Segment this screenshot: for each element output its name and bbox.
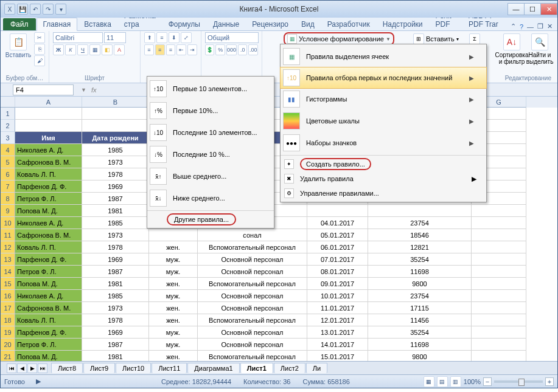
close-button[interactable]: ✕ bbox=[540, 3, 557, 15]
cell[interactable]: 06.01.2017 bbox=[307, 241, 368, 253]
cell[interactable] bbox=[472, 217, 526, 229]
row-header[interactable]: 6 bbox=[1, 168, 15, 181]
menu-other-rules[interactable]: Другие правила... bbox=[147, 212, 274, 227]
row-header[interactable]: 11 bbox=[1, 229, 15, 241]
cell[interactable]: Сафронова В. М. bbox=[15, 229, 82, 241]
row-header[interactable]: 8 bbox=[1, 193, 15, 205]
cell[interactable]: Николаев А. Д. bbox=[15, 144, 82, 156]
row-header[interactable]: 1 bbox=[1, 108, 15, 120]
cell[interactable]: 1985 bbox=[82, 144, 149, 156]
italic-button[interactable]: К bbox=[65, 44, 76, 55]
cell[interactable]: 23754 bbox=[368, 217, 472, 229]
cell[interactable]: 1978 bbox=[82, 241, 149, 253]
view-layout-icon[interactable]: ▤ bbox=[437, 376, 448, 387]
cell[interactable]: Сафронова В. М. bbox=[15, 302, 82, 314]
cell[interactable]: 35254 bbox=[368, 326, 472, 339]
view-pagebreak-icon[interactable]: ▥ bbox=[450, 376, 461, 387]
cell[interactable]: Попова М. Д. bbox=[15, 205, 82, 217]
paste-button[interactable]: 📋 Вставить bbox=[4, 32, 32, 60]
row-header[interactable]: 21 bbox=[1, 351, 15, 361]
cell[interactable]: Петров Ф. Л. bbox=[15, 339, 82, 351]
orient-icon[interactable]: ⤢ bbox=[181, 32, 192, 43]
menu-below-average[interactable]: x̄↓Ниже среднего... bbox=[147, 187, 274, 209]
cell[interactable]: 23754 bbox=[368, 290, 472, 302]
cell[interactable]: жен. bbox=[149, 302, 198, 314]
cell[interactable] bbox=[472, 326, 526, 339]
row-header[interactable]: 7 bbox=[1, 181, 15, 193]
cell[interactable]: 13.01.2017 bbox=[307, 326, 368, 339]
menu-bottom10-items[interactable]: ↓10Последние 10 элементов... bbox=[147, 122, 274, 143]
cell[interactable]: 1969 bbox=[82, 181, 149, 193]
cell[interactable]: 1969 bbox=[82, 326, 149, 339]
sheet-tab[interactable]: Лист1 bbox=[240, 363, 273, 373]
menu-bottom10-percent[interactable]: ↓%Последние 10 %... bbox=[147, 143, 274, 165]
cell[interactable]: 1978 bbox=[82, 314, 149, 326]
cell[interactable]: Парфенов Д. Ф. bbox=[15, 326, 82, 339]
bold-button[interactable]: Ж bbox=[53, 44, 64, 55]
status-macro-icon[interactable]: ▶ bbox=[36, 377, 41, 385]
cell[interactable]: Основной персонал bbox=[198, 290, 307, 302]
cell[interactable]: 1973 bbox=[82, 156, 149, 168]
cell[interactable]: 05.01.2017 bbox=[307, 229, 368, 241]
cell[interactable]: 1985 bbox=[82, 217, 149, 229]
align-left-icon[interactable]: ≡ bbox=[144, 44, 154, 55]
doc-restore-icon[interactable]: ❐ bbox=[537, 22, 543, 30]
align-mid-icon[interactable]: ≡ bbox=[156, 32, 167, 43]
row-header[interactable]: 12 bbox=[1, 241, 15, 253]
row-header[interactable]: 5 bbox=[1, 156, 15, 168]
sheet-tab[interactable]: Лист9 bbox=[83, 363, 115, 373]
cell[interactable] bbox=[472, 339, 526, 351]
find-select-button[interactable]: 🔍 Найти и выделить bbox=[526, 32, 554, 66]
sheet-tab[interactable]: Лист11 bbox=[152, 363, 187, 373]
menu-top10-percent[interactable]: ↑%Первые 10%... bbox=[147, 100, 274, 122]
cut-icon[interactable]: ✂ bbox=[34, 32, 45, 43]
align-bot-icon[interactable]: ⬇ bbox=[169, 32, 180, 43]
cell[interactable]: 09.01.2017 bbox=[307, 278, 368, 290]
tab-review[interactable]: Рецензиро bbox=[246, 18, 295, 30]
cell[interactable]: 1987 bbox=[82, 193, 149, 205]
tab-file[interactable]: Файл bbox=[3, 18, 36, 30]
cell[interactable]: Коваль Л. П. bbox=[15, 241, 82, 253]
comma-icon[interactable]: 000 bbox=[226, 44, 237, 55]
font-size-combo[interactable]: 11 bbox=[104, 32, 126, 43]
cell[interactable] bbox=[307, 205, 368, 217]
cell[interactable]: Основной персонал bbox=[198, 253, 307, 266]
cell[interactable] bbox=[472, 290, 526, 302]
inc-dec-icon[interactable]: .0 bbox=[238, 44, 247, 55]
save-icon[interactable]: 💾 bbox=[17, 4, 28, 15]
cell[interactable]: 1981 bbox=[82, 205, 149, 217]
help-icon[interactable]: ? bbox=[520, 23, 523, 30]
row-header[interactable]: 3 bbox=[1, 132, 15, 144]
cell[interactable]: 9800 bbox=[368, 351, 472, 361]
number-format-combo[interactable]: Общий bbox=[205, 32, 259, 43]
sheet-tab[interactable]: Ли bbox=[306, 363, 327, 373]
tab-insert[interactable]: Вставка bbox=[78, 18, 117, 30]
cell[interactable]: муж. bbox=[149, 326, 198, 339]
cell[interactable]: Дата рождени bbox=[82, 132, 149, 144]
fx-icon[interactable]: fx bbox=[91, 86, 97, 94]
cell[interactable] bbox=[82, 120, 149, 132]
cell[interactable]: муж. bbox=[149, 253, 198, 266]
col-header-b[interactable]: B bbox=[82, 97, 149, 108]
cell[interactable]: Имя bbox=[15, 132, 82, 144]
row-header[interactable]: 13 bbox=[1, 253, 15, 266]
cell[interactable]: Николаев А. Д. bbox=[15, 290, 82, 302]
row-header[interactable]: 16 bbox=[1, 290, 15, 302]
cell[interactable]: Парфенов Д. Ф. bbox=[15, 181, 82, 193]
sheet-tab[interactable]: Диаграмма1 bbox=[187, 363, 239, 373]
redo-icon[interactable]: ↷ bbox=[43, 4, 54, 15]
doc-min-icon[interactable]: — bbox=[527, 23, 534, 30]
cell[interactable]: жен. bbox=[149, 314, 198, 326]
name-box[interactable]: F4 bbox=[13, 84, 74, 95]
select-all-corner[interactable] bbox=[1, 97, 15, 108]
cell[interactable]: 1973 bbox=[82, 229, 149, 241]
col-header-a[interactable]: A bbox=[15, 97, 82, 108]
sheet-tab[interactable]: Лист8 bbox=[51, 363, 83, 373]
cell[interactable]: 15.01.2017 bbox=[307, 351, 368, 361]
insert-cells-button[interactable]: ⊞ Вставить▾ bbox=[413, 33, 459, 44]
cell[interactable]: Сафронова В. М. bbox=[15, 156, 82, 168]
border-button[interactable]: ▦ bbox=[89, 44, 100, 55]
tab-view[interactable]: Вид bbox=[295, 18, 321, 30]
cell[interactable]: 11698 bbox=[368, 266, 472, 278]
zoom-in-button[interactable]: + bbox=[545, 377, 554, 386]
